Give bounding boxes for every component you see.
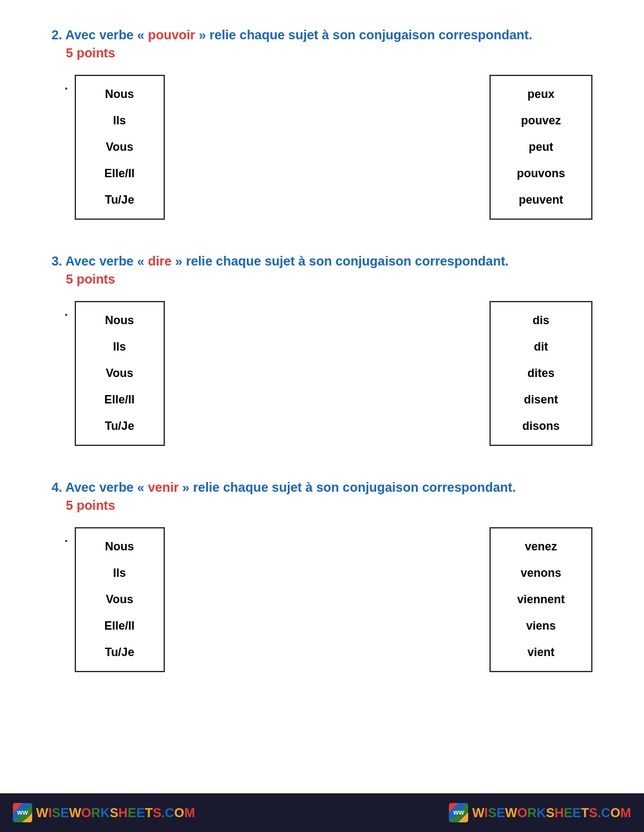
exercise-3-dot: · [64,307,68,322]
exercise-2: 2. Avec verbe « pouvoir » relie chaque s… [52,26,592,220]
conj-dis: dis [504,307,578,334]
exercise-4-subjects-box: Nous Ils Vous Elle/Il Tu/Je [75,527,165,672]
exercise-2-instruction-start: Avec verbe « [66,28,148,42]
conj-disent: disent [504,387,578,413]
exercise-3: 3. Avec verbe « dire » relie chaque suje… [52,252,592,446]
exercise-3-conjugations-box: dis dit dites disent disons [489,301,592,446]
exercise-4: 4. Avec verbe « venir » relie chaque suj… [52,478,592,672]
conj-viennent: viennent [504,586,578,613]
conj-pouvez: pouvez [504,108,578,134]
exercise-3-verb: dire [148,254,172,268]
footer-right: WW WISEWORKSHEETS.COM [449,803,631,822]
footer-brand-left: WISEWORKSHEETS.COM [36,806,195,820]
footer-logo-icon: WW [13,803,32,822]
conj-peux: peux [504,81,578,108]
subject-vous-4: Vous [89,586,151,613]
exercise-3-number: 3. [52,254,66,268]
exercise-3-title: 3. Avec verbe « dire » relie chaque suje… [52,252,592,288]
subject-vous-2: Vous [89,134,151,160]
exercise-4-matching: · Nous Ils Vous Elle/Il Tu/Je venez veno… [64,527,592,672]
subject-tu-je-3: Tu/Je [89,413,151,440]
exercise-4-points: 5 points [66,498,115,512]
conj-venons: venons [504,560,578,586]
conj-venez: venez [504,534,578,560]
exercise-3-subjects-box: Nous Ils Vous Elle/Il Tu/Je [75,301,165,446]
exercise-2-matching: · Nous Ils Vous Elle/Il Tu/Je peux pouve… [64,75,592,220]
subject-elle-il-2: Elle/Il [89,160,151,187]
exercise-2-instruction-end: » relie chaque sujet à son conjugaison c… [195,28,532,42]
subject-ils-4: Ils [89,560,151,586]
exercise-3-instruction-start: Avec verbe « [66,254,148,268]
footer: WW WISEWORKSHEETS.COM WW WISEWORKSHEETS.… [0,793,644,832]
exercise-2-number: 2. [52,28,66,42]
subject-vous-3: Vous [89,360,151,387]
footer-logo-icon-2: WW [449,803,468,822]
exercise-2-subjects-box: Nous Ils Vous Elle/Il Tu/Je [75,75,165,220]
exercise-3-matching: · Nous Ils Vous Elle/Il Tu/Je dis dit di… [64,301,592,446]
exercise-2-title: 2. Avec verbe « pouvoir » relie chaque s… [52,26,592,62]
conj-disons: disons [504,413,578,440]
conj-vient: vient [504,639,578,666]
exercise-4-verb: venir [148,480,179,494]
exercise-4-instruction-end: » relie chaque sujet à son conjugaison c… [179,480,516,494]
footer-brand-right: WISEWORKSHEETS.COM [472,806,631,820]
conj-peut: peut [504,134,578,160]
exercise-2-verb: pouvoir [148,28,195,42]
exercise-3-instruction-end: » relie chaque sujet à son conjugaison c… [171,254,508,268]
conj-dit: dit [504,334,578,360]
footer-left: WW WISEWORKSHEETS.COM [13,803,195,822]
exercise-4-title: 4. Avec verbe « venir » relie chaque suj… [52,478,592,514]
conj-pouvons: pouvons [504,160,578,187]
subject-nous-4: Nous [89,534,151,560]
subject-tu-je-2: Tu/Je [89,187,151,213]
exercise-2-dot: · [64,81,68,96]
subject-ils-2: Ils [89,108,151,134]
conj-dites: dites [504,360,578,387]
conj-viens: viens [504,613,578,639]
exercise-2-points: 5 points [66,46,115,60]
subject-elle-il-3: Elle/Il [89,387,151,413]
subject-tu-je-4: Tu/Je [89,639,151,666]
subject-ils-3: Ils [89,334,151,360]
exercise-2-conjugations-box: peux pouvez peut pouvons peuvent [489,75,592,220]
exercise-4-dot: · [64,534,68,548]
conj-peuvent: peuvent [504,187,578,213]
exercise-4-number: 4. [52,480,66,494]
exercise-4-conjugations-box: venez venons viennent viens vient [489,527,592,672]
subject-nous-2: Nous [89,81,151,108]
subject-nous-3: Nous [89,307,151,334]
subject-elle-il-4: Elle/Il [89,613,151,639]
exercise-3-points: 5 points [66,272,115,286]
exercise-4-instruction-start: Avec verbe « [66,480,148,494]
